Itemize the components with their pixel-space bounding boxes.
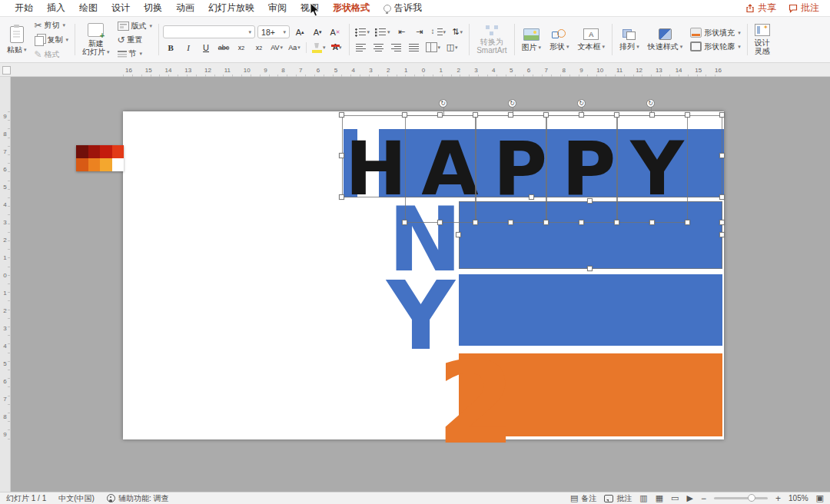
selection-handle[interactable] (437, 220, 443, 225)
strikethrough-button[interactable]: abc (216, 41, 231, 54)
selection-handle[interactable] (543, 112, 549, 118)
section-button[interactable]: 节▾ (115, 48, 155, 60)
quick-styles-button[interactable]: 快速样式▾ (645, 27, 686, 52)
selection-handle[interactable] (508, 220, 513, 225)
slide-sorter-view-button[interactable]: ▦ (656, 494, 663, 502)
line-spacing-button[interactable]: ▾ (430, 26, 448, 38)
menu-tab-home[interactable]: 开始 (8, 0, 40, 16)
increase-indent-button[interactable]: ⇥ (412, 26, 427, 38)
selection-handle[interactable] (437, 112, 443, 118)
rotation-handle[interactable]: ↻ (439, 99, 447, 108)
digit-2-wordart[interactable]: 2 (437, 346, 516, 460)
selection-handle[interactable] (402, 112, 407, 118)
selection-handle[interactable] (579, 220, 584, 225)
selection-handle[interactable] (719, 112, 725, 118)
comments-toggle[interactable]: 批注 (604, 493, 632, 504)
menu-tab-shape-format[interactable]: 形状格式 (326, 0, 377, 16)
align-center-button[interactable] (371, 41, 387, 54)
character-spacing-button[interactable]: AV▾ (269, 41, 284, 54)
new-slide-button[interactable]: 新建幻灯片▾ (79, 22, 113, 58)
bullet-list-button[interactable]: ▾ (354, 26, 372, 38)
font-name-select[interactable]: ▾ (163, 25, 255, 38)
selection-handle[interactable] (685, 112, 690, 118)
arrange-button[interactable]: 排列▾ (616, 28, 642, 52)
selection-handle[interactable] (339, 112, 344, 118)
change-case-button[interactable]: Aa▾ (287, 41, 302, 54)
convert-smartart-button[interactable]: 转换为SmartArt (473, 24, 510, 56)
italic-button[interactable]: I (181, 41, 196, 54)
align-right-button[interactable] (389, 41, 404, 54)
selection-handle[interactable] (614, 220, 619, 225)
reading-view-button[interactable]: ▭ (671, 494, 679, 502)
selection-handle[interactable] (339, 194, 344, 200)
accessibility-status[interactable]: 辅助功能: 调查 (107, 493, 169, 504)
menu-tab-insert[interactable]: 插入 (40, 0, 72, 16)
align-left-button[interactable] (354, 41, 369, 54)
cut-button[interactable]: ✂剪切▾ (32, 19, 71, 32)
selection-handle[interactable] (473, 112, 478, 118)
notes-toggle[interactable]: ▤备注 (570, 493, 596, 504)
subscript-button[interactable]: x2 (251, 41, 267, 54)
reset-button[interactable]: ↺重置 (115, 34, 155, 46)
menu-tab-review[interactable]: 审阅 (261, 0, 294, 16)
zoom-slider-knob[interactable] (748, 494, 755, 502)
text-highlight-button[interactable]: ▾ (310, 41, 327, 54)
comments-button[interactable]: 批注 (788, 2, 819, 15)
shape-fill-button[interactable]: 形状填充▾ (688, 27, 743, 39)
selection-handle[interactable] (473, 220, 478, 225)
format-painter-button[interactable]: ✎格式 (32, 48, 71, 61)
selection-handle[interactable] (543, 220, 549, 225)
font-color-button[interactable]: A▾ (330, 41, 345, 54)
menu-tab-slideshow[interactable]: 幻灯片放映 (201, 0, 261, 16)
menu-tab-tellme[interactable]: 告诉我 (377, 0, 429, 16)
selection-handle[interactable] (587, 198, 593, 204)
picture-button[interactable]: 图片▾ (519, 27, 545, 53)
rotation-handle[interactable]: ↻ (508, 99, 516, 108)
zoom-out-button[interactable]: − (701, 493, 706, 504)
selection-handle[interactable] (719, 232, 725, 237)
selection-handle[interactable] (529, 194, 534, 200)
underline-button[interactable]: U (198, 41, 214, 54)
selection-handle[interactable] (649, 220, 655, 225)
justify-button[interactable] (407, 41, 422, 54)
menu-tab-transitions[interactable]: 切换 (137, 0, 169, 16)
copy-button[interactable]: 复制▾ (32, 33, 71, 47)
selection-handle[interactable] (685, 220, 690, 225)
share-button[interactable]: 共享 (745, 2, 776, 15)
clear-formatting-button[interactable]: A✕ (327, 26, 343, 38)
zoom-level[interactable]: 105% (788, 494, 808, 502)
align-text-button[interactable]: ◫▾ (444, 41, 460, 54)
selection-handle[interactable] (649, 112, 655, 118)
bold-button[interactable]: B (163, 41, 178, 54)
zoom-in-button[interactable]: + (775, 493, 781, 504)
font-size-select[interactable]: 18+▾ (257, 25, 290, 38)
decrease-font-size-button[interactable]: A▾ (310, 26, 325, 38)
selection-handle[interactable] (579, 112, 584, 118)
selection-handle[interactable] (614, 112, 619, 118)
shapes-button[interactable]: 形状▾ (546, 28, 573, 52)
selection-handle[interactable] (719, 220, 725, 225)
selection-handle[interactable] (508, 112, 513, 118)
blue-bar-3[interactable] (459, 274, 722, 346)
paste-button[interactable]: 粘贴▾ (4, 25, 30, 55)
increase-font-size-button[interactable]: A▴ (292, 26, 307, 38)
language-indicator[interactable]: 中文(中国) (58, 493, 95, 504)
decrease-indent-button[interactable]: ⇤ (394, 26, 410, 38)
selection-handle[interactable] (587, 266, 593, 271)
layout-button[interactable]: 版式▾ (115, 20, 155, 32)
menu-tab-design[interactable]: 设计 (105, 0, 137, 16)
textbox-button[interactable]: A 文本框▾ (575, 27, 609, 52)
fit-slide-to-window-button[interactable]: ▣ (816, 494, 824, 502)
slideshow-button[interactable]: ▶ (687, 494, 693, 502)
selection-handle[interactable] (456, 232, 461, 237)
selection-handle[interactable] (339, 153, 344, 158)
zoom-slider[interactable] (714, 497, 768, 499)
columns-button[interactable]: ▾ (424, 41, 443, 54)
rotation-handle[interactable]: ↻ (646, 99, 655, 108)
selection-handle[interactable] (719, 153, 725, 158)
rotation-handle[interactable]: ↻ (577, 99, 586, 108)
menu-tab-animations[interactable]: 动画 (169, 0, 201, 16)
numbered-list-button[interactable]: ▾ (374, 26, 392, 38)
normal-view-button[interactable]: ▥ (639, 494, 647, 502)
shape-outline-button[interactable]: 形状轮廓▾ (688, 41, 743, 53)
